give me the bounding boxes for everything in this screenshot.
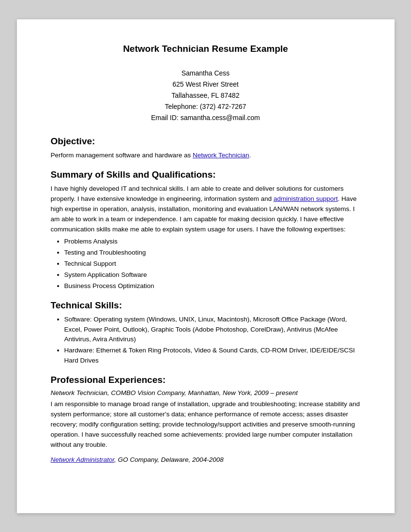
technical-skills-heading: Technical Skills: (51, 300, 361, 311)
expertise-item: Testing and Troubleshooting (64, 248, 361, 258)
contact-telephone: Telephone: (372) 472-7267 (51, 101, 361, 112)
summary-text: I have highly developed IT and technical… (51, 184, 361, 235)
experience-heading: Professional Experiences: (51, 375, 361, 385)
administration-support-link[interactable]: administration support (274, 195, 338, 202)
network-technician-link[interactable]: Network Technician (193, 152, 249, 159)
section-objective: Objective: Perform management software a… (51, 136, 361, 161)
expertise-item: Technical Support (64, 259, 361, 269)
skill-item: Hardware: Ethernet & Token Ring Protocol… (64, 346, 361, 366)
resume-page: Network Technician Resume Example Samant… (17, 19, 395, 513)
contact-email: Email ID: samantha.cess@mail.com (51, 112, 361, 123)
network-admin-link[interactable]: Network Administrator (51, 456, 115, 463)
expertise-item: System Application Software (64, 270, 361, 280)
section-technical-skills: Technical Skills: Software: Operating sy… (51, 300, 361, 366)
job-description-1: I am responsible to manage broad range o… (51, 399, 361, 450)
contact-city: Tallahassee, FL 87482 (51, 90, 361, 101)
job-2-rest: , GO Company, Delaware, 2004-2008 (114, 456, 224, 463)
contact-name: Samantha Cess (51, 68, 361, 79)
summary-heading: Summary of Skills and Qualifications: (51, 169, 361, 180)
technical-skills-list: Software: Operating system (Windows, UNI… (64, 315, 361, 366)
page-title: Network Technician Resume Example (51, 44, 361, 54)
expertises-list: Problems Analysis Testing and Troublesho… (64, 237, 361, 291)
objective-text: Perform management software and hardware… (51, 151, 361, 161)
expertise-item: Business Process Optimization (64, 281, 361, 291)
job-2-line: Network Administrator, GO Company, Delaw… (51, 455, 361, 464)
objective-heading: Objective: (51, 136, 361, 147)
objective-text-before: Perform management software and hardware… (51, 152, 193, 159)
contact-block: Samantha Cess 625 West River Street Tall… (51, 68, 361, 123)
section-summary: Summary of Skills and Qualifications: I … (51, 169, 361, 291)
objective-text-after: . (249, 152, 251, 159)
skill-item: Software: Operating system (Windows, UNI… (64, 315, 361, 345)
job-title-1: Network Technician, COMBO Vision Company… (51, 389, 361, 396)
expertise-item: Problems Analysis (64, 237, 361, 247)
contact-address: 625 West River Street (51, 79, 361, 90)
section-experience: Professional Experiences: Network Techni… (51, 375, 361, 464)
